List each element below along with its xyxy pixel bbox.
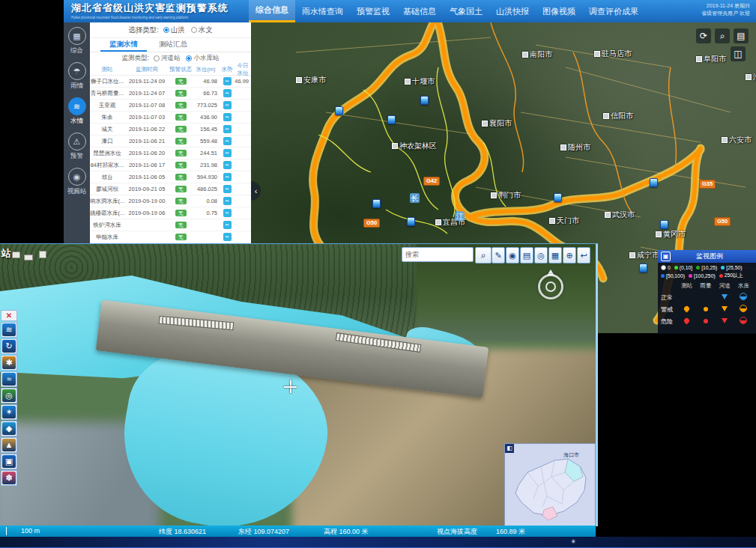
sidebar-item-3[interactable]: ⚠预警 — [68, 133, 86, 161]
tab-1[interactable]: 测站汇总 — [150, 38, 196, 52]
user-box: 2019-11-24 星期日 省级管理员用户 欢迎 — [701, 0, 756, 22]
station-cell[interactable]: 潭口 — [90, 138, 124, 145]
station-cell[interactable]: 玉皇观 — [90, 102, 124, 109]
river-label: 江 — [455, 211, 465, 221]
layers-icon[interactable]: ▤ — [734, 28, 749, 43]
nav-item-7[interactable]: 调查评价成果 — [582, 0, 645, 22]
filter-radio-icon[interactable] — [163, 27, 169, 33]
station-cell[interactable]: 朱余 — [90, 114, 124, 121]
list-icon[interactable]: ▤ — [520, 247, 533, 264]
table-row[interactable]: 响水洞水库(...2019-09-19 00无0.08− — [90, 195, 251, 207]
table-row[interactable]: 鼓台2019-11-06 05无594.930− — [90, 171, 251, 183]
target-tool-icon[interactable]: ◎ — [1, 388, 17, 404]
station-cell[interactable]: 琵琶洲水位 — [90, 150, 124, 157]
frame-tool-icon[interactable]: ▣ — [1, 454, 17, 469]
nav-item-1[interactable]: 雨水情查询 — [295, 0, 350, 22]
table-row[interactable]: 城关2019-11-06 22无156.45− — [90, 124, 251, 136]
monitor-radio-icon[interactable] — [186, 55, 192, 61]
search-button[interactable]: ⌕ — [475, 247, 492, 264]
splash-tool-icon[interactable]: ✶ — [1, 404, 17, 420]
ripple-tool-icon[interactable]: ≈ — [1, 371, 17, 387]
status-cell: 无 — [169, 222, 192, 228]
station-marker-icon[interactable] — [420, 96, 429, 105]
swirl-tool-icon[interactable]: ✱ — [1, 355, 17, 371]
analysis-tool-icon[interactable]: ✽ — [1, 470, 17, 486]
monitor-option-1[interactable]: 小水库站 — [186, 54, 219, 63]
station-marker-icon[interactable] — [372, 199, 381, 208]
filter-radio-icon[interactable] — [191, 27, 197, 33]
station-cell[interactable]: 响水洞水库(... — [90, 198, 124, 205]
refresh-icon[interactable]: ⟳ — [696, 28, 711, 43]
table-row[interactable]: 琵琶洲水位2019-11-06 20无244.51− — [90, 147, 251, 159]
station-cell[interactable]: 青马桥雨量... — [90, 90, 124, 97]
station-marker-icon[interactable] — [407, 217, 415, 226]
filter-option-1[interactable]: 水文 — [191, 25, 213, 35]
inset-corner-icon[interactable]: ◧ — [505, 444, 514, 453]
legend-icon[interactable]: ▣ — [661, 252, 671, 261]
undo-icon[interactable]: ↩ — [577, 247, 590, 264]
water-wave-tool-icon[interactable]: ≋ — [1, 322, 17, 338]
station-cell[interactable]: 华能水库 — [90, 234, 124, 241]
view3d-window[interactable]: 站 ⌕ ✎◉▤◎▦⊕↩ ✕≋↻✱≈◎✶◆▲▣✽ 海口市 ◧ — [0, 243, 598, 526]
nav-item-4[interactable]: 气象国土 — [443, 0, 489, 22]
table-row[interactable]: 狮子口水位...2019-11-24 09无46.98−46.99 — [90, 76, 251, 88]
station-cell[interactable]: 鼓台 — [90, 174, 124, 181]
draw-icon[interactable]: ✎ — [492, 247, 505, 264]
eye-icon[interactable]: ◎ — [534, 247, 548, 264]
image-icon[interactable]: ▦ — [548, 247, 562, 264]
search-input[interactable] — [402, 247, 474, 262]
nav-item-2[interactable]: 预警监视 — [350, 0, 396, 22]
station-marker-icon[interactable] — [639, 264, 647, 273]
monitor-option-0[interactable]: 河道站 — [154, 54, 181, 63]
station-marker-icon[interactable] — [387, 115, 396, 124]
app-subtitle: Hubei provincial mountain flood disaster… — [71, 16, 247, 19]
monitor-radio-icon[interactable] — [154, 55, 160, 61]
nav-item-6[interactable]: 图像视频 — [536, 0, 582, 22]
table-row[interactable]: 铁炉湾水库无− — [90, 219, 251, 231]
compass-control[interactable] — [536, 271, 566, 304]
close-icon[interactable]: ✕ — [1, 310, 17, 321]
terrain-tool-icon[interactable]: ▲ — [1, 437, 17, 453]
table-row[interactable]: 朱余2019-11-07 03无436.90− — [90, 112, 251, 124]
station-marker-icon[interactable] — [335, 106, 343, 115]
nav-item-3[interactable]: 基础信息 — [396, 0, 443, 22]
level-cell: 156.45 — [192, 126, 220, 133]
sidebar-item-4[interactable]: ◉视频站 — [67, 168, 87, 196]
status-cell: 无 — [169, 234, 192, 240]
table-row[interactable]: 玉皇观2019-11-07 08无773.025− — [90, 100, 251, 112]
rotate-tool-icon[interactable]: ↻ — [1, 338, 17, 354]
nav-item-5[interactable]: 山洪快报 — [489, 0, 536, 22]
filter-option-0[interactable]: 山洪 — [163, 25, 185, 35]
station-cell[interactable]: 廖城河坝 — [90, 186, 124, 193]
table-row[interactable]: 青马桥雨量...2019-11-24 07无66.73− — [90, 88, 251, 100]
globe-icon[interactable]: ⊕ — [563, 247, 576, 264]
table-row[interactable]: 84村郭家水...2019-11-06 17无231.98− — [90, 159, 251, 171]
sidebar-item-2[interactable]: ≋水情 — [68, 97, 86, 126]
range-dot-icon — [674, 266, 678, 270]
table-row[interactable]: 潭口2019-11-06 21无559.48− — [90, 136, 251, 147]
sidebar-item-0[interactable]: ▦综合 — [68, 27, 86, 55]
station-marker-icon[interactable] — [650, 178, 658, 187]
pin-marker-icon — [683, 317, 691, 324]
city-name: 武汉市 — [612, 210, 635, 220]
nav-item-0[interactable]: 综合信息 — [249, 0, 295, 22]
station-marker-icon[interactable] — [660, 220, 668, 229]
station-cell[interactable]: 狮子口水位... — [90, 78, 124, 85]
table-row[interactable]: 姚楼霸水库(...2019-09-19 06无0.75− — [90, 207, 251, 219]
table-row[interactable]: 华能水库无− — [90, 231, 251, 243]
station-cell[interactable]: 姚楼霸水库(... — [90, 210, 124, 217]
station-cell[interactable]: 铁炉湾水库 — [90, 222, 124, 229]
overview-inset-map[interactable]: 海口市 ◧ — [504, 443, 596, 526]
station-marker-icon[interactable] — [554, 193, 562, 202]
header-user[interactable]: 省级管理员用户 欢迎 — [701, 10, 750, 17]
station-cell[interactable]: 84村郭家水... — [90, 162, 124, 169]
camera-icon[interactable]: ◉ — [506, 247, 519, 264]
time-cell: 2019-11-24 07 — [124, 90, 169, 97]
tab-0[interactable]: 监测水情 — [100, 38, 147, 52]
table-row[interactable]: 廖城河坝2019-09-21 05无486.025− — [90, 183, 251, 195]
search-icon[interactable]: ⌕ — [715, 28, 730, 43]
station-cell[interactable]: 城关 — [90, 126, 124, 133]
sidebar-item-1[interactable]: ☂雨情 — [68, 62, 86, 91]
scene-mode-button[interactable]: ◫ — [731, 46, 746, 61]
drop-tool-icon[interactable]: ◆ — [1, 421, 17, 436]
